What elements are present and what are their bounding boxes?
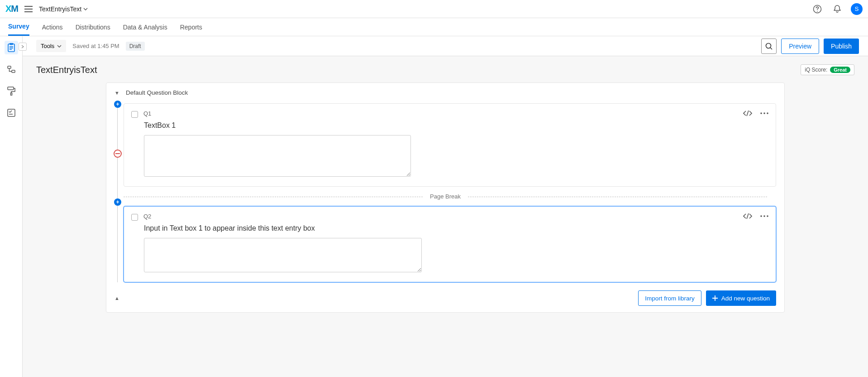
publish-button[interactable]: Publish: [824, 39, 859, 54]
flow-icon: [7, 65, 15, 73]
menu-icon[interactable]: [24, 6, 33, 12]
logo[interactable]: XM: [5, 4, 18, 14]
code-view-button[interactable]: [743, 110, 752, 116]
remove-page-break[interactable]: [114, 150, 122, 158]
block-footer: ▲ Import from library Add new question: [106, 284, 784, 312]
minus-icon: [115, 153, 120, 154]
svg-rect-5: [8, 87, 14, 90]
top-bar: XM TextEntryisText S: [0, 0, 868, 18]
canvas: TextEntryisText iQ Score: Great ▼ Defaul…: [23, 56, 868, 377]
chevron-down-icon: [83, 8, 88, 10]
tab-bar: Survey Actions Distributions Data & Anal…: [0, 18, 868, 36]
user-avatar[interactable]: S: [851, 3, 863, 15]
text-entry-input[interactable]: [144, 135, 411, 177]
tab-reports[interactable]: Reports: [180, 19, 202, 35]
draft-badge: Draft: [126, 42, 145, 51]
rail-flow[interactable]: [5, 63, 18, 76]
code-icon: [743, 110, 752, 116]
code-view-button[interactable]: [743, 213, 752, 219]
question-header-row: Q1: [131, 110, 768, 118]
iq-score[interactable]: iQ Score: Great: [801, 64, 854, 75]
question-checkbox[interactable]: [131, 111, 138, 118]
question-q1[interactable]: Q1 TextBox 1: [124, 103, 776, 187]
svg-rect-4: [12, 70, 15, 72]
block-name: Default Question Block: [126, 89, 188, 96]
rail-expand-button[interactable]: [19, 43, 27, 51]
question-number: Q1: [143, 110, 151, 117]
bell-icon: [833, 5, 842, 14]
avatar-initial: S: [855, 5, 859, 12]
survey-title: TextEntryisText: [36, 65, 97, 75]
svg-point-11: [767, 112, 768, 114]
topbar-right: S: [811, 3, 863, 15]
dots-icon: [760, 215, 768, 217]
tab-distributions[interactable]: Distributions: [76, 19, 110, 35]
svg-point-10: [763, 112, 765, 114]
help-button[interactable]: [811, 3, 824, 15]
tab-actions[interactable]: Actions: [42, 19, 63, 35]
add-new-question-label: Add new question: [721, 295, 770, 302]
logo-x: X: [5, 4, 11, 14]
svg-rect-7: [8, 109, 15, 116]
rail-options[interactable]: [5, 106, 18, 120]
page-break[interactable]: Page Break: [124, 193, 767, 200]
chevron-right-icon: [21, 45, 24, 48]
paint-roller-icon: [7, 87, 15, 96]
tab-data-analysis[interactable]: Data & Analysis: [123, 19, 167, 35]
svg-point-14: [767, 215, 768, 217]
question-actions: [743, 110, 768, 116]
timeline-line: [117, 103, 118, 282]
search-icon: [765, 43, 773, 50]
plus-icon: [712, 295, 718, 301]
question-text[interactable]: TextBox 1: [144, 121, 768, 130]
svg-point-12: [760, 215, 762, 217]
svg-rect-6: [10, 93, 12, 95]
add-new-question-button[interactable]: Add new question: [706, 290, 776, 306]
dots-icon: [760, 112, 768, 114]
question-header-row: Q2: [131, 213, 768, 221]
import-from-library-button[interactable]: Import from library: [638, 290, 701, 306]
tools-dropdown[interactable]: Tools: [36, 40, 66, 52]
questions-wrap: + + Q1: [106, 103, 784, 282]
canvas-header: TextEntryisText iQ Score: Great: [36, 64, 854, 75]
caret-up-icon[interactable]: ▲: [114, 295, 119, 301]
saved-status: Saved at 1:45 PM: [72, 43, 119, 49]
logo-m: M: [11, 4, 18, 14]
add-question-after[interactable]: +: [114, 198, 121, 206]
footer-actions: Import from library Add new question: [638, 290, 776, 306]
rail-builder[interactable]: [5, 41, 18, 54]
notifications-button[interactable]: [831, 3, 844, 15]
question-checkbox[interactable]: [131, 214, 138, 221]
project-name-label: TextEntryisText: [39, 5, 81, 13]
more-options-button[interactable]: [760, 112, 768, 114]
more-options-button[interactable]: [760, 215, 768, 217]
project-name-dropdown[interactable]: TextEntryisText: [39, 5, 88, 13]
question-number: Q2: [143, 213, 151, 220]
help-icon: [813, 5, 822, 14]
question-actions: [743, 213, 768, 219]
preview-button[interactable]: Preview: [781, 39, 819, 54]
page-break-label: Page Break: [430, 193, 461, 200]
text-entry-input[interactable]: [144, 238, 422, 272]
iq-score-label: iQ Score:: [805, 67, 827, 73]
chevron-down-icon: [57, 45, 62, 48]
iq-score-badge: Great: [830, 67, 850, 73]
workspace: Tools Saved at 1:45 PM Draft Preview Pub…: [0, 36, 868, 377]
code-icon: [743, 213, 752, 219]
svg-rect-3: [8, 66, 11, 68]
toolbar-right: Preview Publish: [761, 39, 859, 54]
question-text[interactable]: Input in Text box 1 to appear inside thi…: [144, 224, 768, 232]
caret-down-icon: ▼: [114, 90, 119, 96]
tab-survey[interactable]: Survey: [8, 18, 29, 36]
left-rail: [0, 36, 23, 377]
block-header[interactable]: ▼ Default Question Block: [106, 83, 784, 102]
search-button[interactable]: [761, 39, 777, 54]
svg-point-13: [763, 215, 765, 217]
rail-look-feel[interactable]: [5, 84, 18, 98]
survey-options-icon: [7, 109, 15, 117]
builder-toolbar: Tools Saved at 1:45 PM Draft Preview Pub…: [23, 36, 868, 56]
clipboard-icon: [7, 43, 15, 52]
add-question-before[interactable]: +: [114, 101, 121, 108]
main-area: Tools Saved at 1:45 PM Draft Preview Pub…: [23, 36, 868, 377]
question-q2[interactable]: Q2 Input in Text box 1 to appear inside: [124, 206, 776, 282]
